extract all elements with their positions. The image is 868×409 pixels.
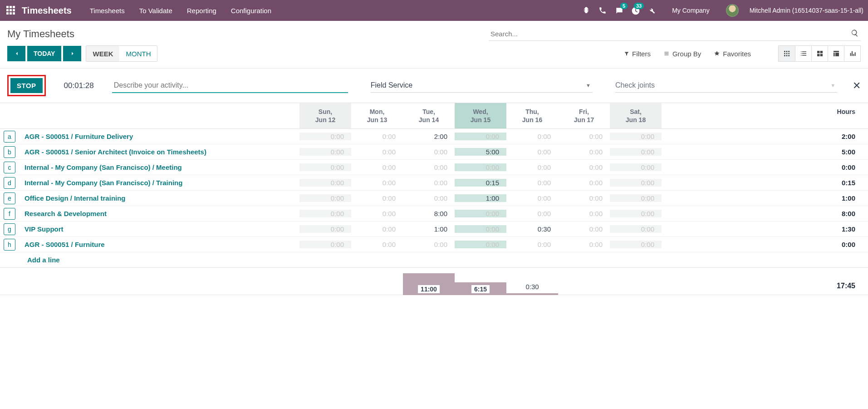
view-kanban-icon[interactable] xyxy=(811,46,828,61)
time-cell[interactable]: 0:00 xyxy=(506,210,558,217)
time-cell[interactable]: 0:00 xyxy=(351,148,403,156)
view-list-icon[interactable] xyxy=(795,46,811,61)
time-cell[interactable]: 0:00 xyxy=(299,225,351,233)
row-shortcut-key[interactable]: f xyxy=(4,208,15,220)
row-shortcut-key[interactable]: c xyxy=(4,162,15,173)
time-cell[interactable]: 0:00 xyxy=(351,163,403,171)
time-cell[interactable]: 1:00 xyxy=(455,194,506,202)
time-cell[interactable]: 0:00 xyxy=(403,163,455,171)
time-cell[interactable]: 0:00 xyxy=(455,210,506,217)
company-switcher[interactable]: My Company xyxy=(672,7,709,14)
time-cell[interactable]: 2:00 xyxy=(403,133,455,140)
today-button[interactable]: TODAY xyxy=(27,46,61,61)
time-cell[interactable]: 0:00 xyxy=(610,133,662,140)
time-cell[interactable]: 5:00 xyxy=(455,148,506,156)
time-cell[interactable]: 0:00 xyxy=(299,241,351,248)
user-avatar[interactable] xyxy=(726,4,739,17)
row-label[interactable]: AGR - S00051 / Furniture xyxy=(18,241,299,248)
time-cell[interactable]: 0:00 xyxy=(455,133,506,140)
row-label[interactable]: Research & Development xyxy=(18,210,299,217)
time-cell[interactable]: 0:00 xyxy=(351,225,403,233)
app-brand[interactable]: Timesheets xyxy=(22,5,72,16)
time-cell[interactable]: 0:00 xyxy=(299,194,351,202)
search-icon[interactable] xyxy=(851,29,859,37)
row-label[interactable]: Internal - My Company (San Francisco) / … xyxy=(18,179,299,187)
groupby-button[interactable]: Group By xyxy=(663,50,701,58)
timer-stop-button[interactable]: STOP xyxy=(10,78,43,93)
add-line-button[interactable]: Add a line xyxy=(0,252,868,268)
nav-item-configuration[interactable]: Configuration xyxy=(231,7,271,15)
time-cell[interactable]: 0:00 xyxy=(610,148,662,156)
apps-menu-icon[interactable] xyxy=(6,6,15,15)
time-cell[interactable]: 0:00 xyxy=(558,163,610,171)
row-label[interactable]: AGR - S00051 / Furniture Delivery xyxy=(18,133,299,140)
row-label[interactable]: VIP Support xyxy=(18,225,299,233)
range-week-button[interactable]: WEEK xyxy=(86,46,119,61)
prev-period-button[interactable] xyxy=(7,46,25,61)
time-cell[interactable]: 0:00 xyxy=(610,210,662,217)
messages-icon[interactable]: 5 xyxy=(615,6,623,15)
time-cell[interactable]: 0:15 xyxy=(455,179,506,187)
time-cell[interactable]: 0:00 xyxy=(610,225,662,233)
activities-icon[interactable]: 33 xyxy=(631,6,639,15)
row-shortcut-key[interactable]: d xyxy=(4,177,15,189)
view-graph-icon[interactable] xyxy=(844,46,860,61)
time-cell[interactable]: 0:00 xyxy=(558,241,610,248)
time-cell[interactable]: 0:00 xyxy=(506,163,558,171)
time-cell[interactable]: 0:00 xyxy=(403,194,455,202)
row-shortcut-key[interactable]: h xyxy=(4,239,15,251)
time-cell[interactable]: 0:00 xyxy=(610,163,662,171)
filters-button[interactable]: Filters xyxy=(624,50,651,58)
view-pivot-icon[interactable] xyxy=(828,46,844,61)
time-cell[interactable]: 0:00 xyxy=(558,148,610,156)
time-cell[interactable]: 1:00 xyxy=(403,225,455,233)
nav-item-timesheets[interactable]: Timesheets xyxy=(90,7,125,15)
time-cell[interactable]: 0:00 xyxy=(506,133,558,140)
time-cell[interactable]: 0:00 xyxy=(455,225,506,233)
time-cell[interactable]: 0:00 xyxy=(610,179,662,187)
time-cell[interactable]: 0:00 xyxy=(610,194,662,202)
view-grid-icon[interactable] xyxy=(779,46,795,61)
clear-task-icon[interactable]: ✕ xyxy=(853,80,861,92)
time-cell[interactable]: 0:00 xyxy=(351,210,403,217)
row-shortcut-key[interactable]: a xyxy=(4,131,15,143)
time-cell[interactable]: 0:00 xyxy=(351,179,403,187)
time-cell[interactable]: 0:00 xyxy=(299,163,351,171)
time-cell[interactable]: 0:00 xyxy=(558,225,610,233)
row-shortcut-key[interactable]: e xyxy=(4,192,15,204)
time-cell[interactable]: 0:00 xyxy=(403,148,455,156)
time-cell[interactable]: 0:00 xyxy=(506,194,558,202)
time-cell[interactable]: 0:00 xyxy=(558,210,610,217)
user-menu[interactable]: Mitchell Admin (16514037-saas-15-1-all) xyxy=(750,7,863,14)
time-cell[interactable]: 0:00 xyxy=(506,241,558,248)
row-shortcut-key[interactable]: b xyxy=(4,146,15,158)
nav-item-to-validate[interactable]: To Validate xyxy=(139,7,172,15)
time-cell[interactable]: 0:00 xyxy=(403,241,455,248)
row-label[interactable]: AGR - S00051 / Senior Architect (Invoice… xyxy=(18,148,299,156)
time-cell[interactable]: 0:00 xyxy=(455,241,506,248)
task-select[interactable]: Check joints▼ xyxy=(615,79,837,93)
next-period-button[interactable] xyxy=(63,46,81,61)
row-shortcut-key[interactable]: g xyxy=(4,223,15,235)
time-cell[interactable]: 0:00 xyxy=(610,241,662,248)
time-cell[interactable]: 0:00 xyxy=(558,133,610,140)
time-cell[interactable]: 0:00 xyxy=(455,163,506,171)
time-cell[interactable]: 0:00 xyxy=(403,179,455,187)
time-cell[interactable]: 0:00 xyxy=(299,148,351,156)
time-cell[interactable]: 0:30 xyxy=(506,225,558,233)
time-cell[interactable]: 0:00 xyxy=(506,179,558,187)
search-input[interactable] xyxy=(489,27,861,41)
time-cell[interactable]: 0:00 xyxy=(351,241,403,248)
time-cell[interactable]: 0:00 xyxy=(351,133,403,140)
time-cell[interactable]: 0:00 xyxy=(558,194,610,202)
activity-input[interactable] xyxy=(112,79,348,93)
time-cell[interactable]: 0:00 xyxy=(299,133,351,140)
nav-item-reporting[interactable]: Reporting xyxy=(187,7,216,15)
project-select[interactable]: Field Service▼ xyxy=(371,79,593,93)
row-label[interactable]: Internal - My Company (San Francisco) / … xyxy=(18,163,299,171)
phone-icon[interactable] xyxy=(598,6,607,15)
range-month-button[interactable]: MONTH xyxy=(119,46,157,61)
row-label[interactable]: Office Design / Internal training xyxy=(18,194,299,202)
time-cell[interactable]: 0:00 xyxy=(558,179,610,187)
favorites-button[interactable]: Favorites xyxy=(714,50,751,58)
